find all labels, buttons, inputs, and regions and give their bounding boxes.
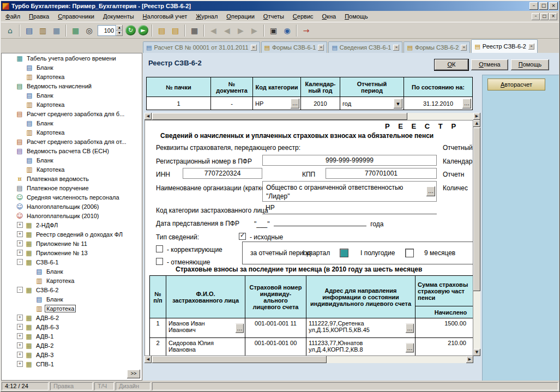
- menu-item[interactable]: Правка: [25, 11, 53, 22]
- close-icon[interactable]: [393, 45, 399, 51]
- mdi-minimize-button[interactable]: [532, 13, 540, 20]
- scroll-right-icon[interactable]: [466, 356, 473, 363]
- tree-item[interactable]: ▦Табель учета рабочего времени: [2, 53, 142, 63]
- tree-item[interactable]: ▥Картотека: [2, 100, 142, 109]
- inn-field[interactable]: 7707220324: [183, 168, 262, 179]
- menu-item[interactable]: Документы: [99, 11, 139, 22]
- mdi-close-button[interactable]: [549, 13, 557, 20]
- new-document-icon[interactable]: ▤: [23, 24, 35, 37]
- spin-up-icon[interactable]: ▲: [116, 25, 123, 31]
- expand-toggle[interactable]: +: [17, 222, 23, 228]
- ellipsis-button[interactable]: [462, 99, 471, 108]
- run-icon[interactable]: ►: [138, 25, 148, 35]
- mdi-restore-button[interactable]: [540, 13, 549, 20]
- tree-item[interactable]: ▤Бланк: [2, 118, 142, 128]
- report-period-cell[interactable]: год: [340, 97, 404, 110]
- quarter1-checkbox[interactable]: [340, 249, 348, 257]
- ellipsis-button[interactable]: [406, 323, 414, 333]
- tree-item[interactable]: ▤Бланк: [2, 294, 142, 304]
- person-accrued-cell[interactable]: 1500.00: [416, 318, 474, 338]
- help-button[interactable]: Помощь: [511, 59, 549, 70]
- close-icon[interactable]: [251, 45, 257, 51]
- menu-item[interactable]: Файл: [1, 11, 25, 22]
- minimize-button[interactable]: [529, 2, 538, 10]
- print-icon[interactable]: ▣: [267, 24, 280, 37]
- tree-item[interactable]: +▦АДВ-3: [2, 350, 142, 359]
- person-snils-cell[interactable]: 001-001-001 00: [245, 338, 306, 357]
- menu-item[interactable]: Операции: [222, 11, 258, 22]
- scroll-right-icon[interactable]: [473, 113, 480, 120]
- person-accrued-cell[interactable]: 210.00: [416, 338, 474, 357]
- title-bar[interactable]: Турбо Бухгалтерия: Пример_Бухгалтерия - …: [1, 1, 559, 11]
- tab[interactable]: ▤Формы СЗВ-6-1: [261, 41, 328, 53]
- tree-item[interactable]: ▥Картотека: [2, 304, 142, 313]
- scroll-left-icon[interactable]: [144, 113, 152, 120]
- expand-toggle[interactable]: +: [17, 250, 23, 256]
- expand-toggle[interactable]: +: [17, 342, 23, 348]
- tree-item[interactable]: ☺Налогоплательщик (2010): [2, 211, 142, 220]
- ellipsis-button[interactable]: [291, 99, 299, 108]
- menu-item[interactable]: Налоговый учет: [139, 11, 192, 22]
- tree-item[interactable]: +▦СПВ-1: [2, 359, 142, 369]
- tree-expand-button[interactable]: >>: [127, 370, 140, 378]
- batch-number-cell[interactable]: 1: [147, 97, 211, 110]
- menu-item[interactable]: Справочники: [53, 11, 99, 22]
- ellipsis-button[interactable]: [236, 323, 244, 333]
- halfyear-checkbox[interactable]: [405, 249, 414, 257]
- initial-type-checkbox[interactable]: [239, 233, 246, 240]
- expand-toggle[interactable]: +: [17, 231, 23, 237]
- expand-toggle[interactable]: +: [17, 240, 23, 246]
- menu-item[interactable]: Окна: [318, 11, 341, 22]
- tree-item[interactable]: +▦Приложение № 11: [2, 239, 142, 248]
- menu-item[interactable]: Сервис: [288, 11, 318, 22]
- close-button[interactable]: [549, 2, 558, 10]
- tab[interactable]: ▤Реестр СЗВ-6-2: [471, 39, 538, 53]
- tree-item[interactable]: ▤Бланк: [2, 267, 142, 276]
- person-address-cell[interactable]: 111233,77,Юннатов ул,Д.4,КОРП.2,КВ.8: [306, 338, 416, 357]
- scroll-down-icon[interactable]: [473, 349, 480, 356]
- exit-icon[interactable]: →: [300, 24, 312, 37]
- tab[interactable]: ▤Расчет СВ № 00001 от 31.01.2011: [143, 41, 260, 53]
- ellipsis-button[interactable]: [426, 186, 435, 196]
- zoom-icon[interactable]: ◎: [83, 24, 95, 37]
- scroll-thumb[interactable]: [473, 128, 480, 291]
- tree-item[interactable]: ▥Картотека: [2, 165, 142, 174]
- dropdown-button[interactable]: [394, 99, 402, 108]
- menu-item[interactable]: Отчеты: [259, 11, 288, 22]
- menu-item[interactable]: Помощь: [340, 11, 372, 22]
- close-icon[interactable]: [461, 45, 467, 51]
- tree-item[interactable]: ▤Платежное поручение: [2, 183, 142, 192]
- maximize-button[interactable]: [539, 2, 548, 10]
- scroll-left-icon[interactable]: [144, 356, 152, 363]
- close-icon[interactable]: [528, 44, 534, 50]
- copy-document-icon[interactable]: ▦: [50, 24, 63, 37]
- cancel-button[interactable]: Отмена: [471, 59, 508, 70]
- tree-item[interactable]: +▦Реестр сведений о доходах ФЛ: [2, 230, 142, 239]
- expand-toggle[interactable]: +: [17, 352, 23, 358]
- notebook-icon[interactable]: ▤: [155, 24, 168, 37]
- scroll-up-icon[interactable]: [473, 120, 480, 127]
- spin-down-icon[interactable]: ▼: [116, 31, 123, 36]
- tree-item[interactable]: ▤Бланк: [2, 63, 142, 72]
- tree-item[interactable]: ▤Расчет среднего заработка для от...: [2, 137, 142, 146]
- person-fio-cell[interactable]: Сидорова Юлия Ивановна: [166, 338, 245, 357]
- tree-item[interactable]: ▤Ведомость начислений: [2, 81, 142, 91]
- tree-item[interactable]: ▥Картотека: [2, 128, 142, 137]
- correcting-type-checkbox[interactable]: [156, 245, 163, 252]
- tree-item[interactable]: ▤Ведомость расчета СВ (ЕСН): [2, 146, 142, 155]
- tree-item[interactable]: +▦АДВ-6-2: [2, 313, 142, 322]
- tree-item[interactable]: +▦АДВ-6-3: [2, 322, 142, 331]
- tree-item[interactable]: ▥Картотека: [2, 72, 142, 81]
- tree-item[interactable]: ☺Налогоплательщик (2006): [2, 202, 142, 211]
- scroll-thumb[interactable]: [152, 113, 407, 120]
- tree-item[interactable]: +▦АДВ-2: [2, 341, 142, 350]
- expand-toggle[interactable]: +: [17, 333, 23, 339]
- tree-item[interactable]: -▦СЗВ-6-2: [2, 285, 142, 294]
- tree-item[interactable]: +▦АДВ-1: [2, 331, 142, 341]
- person-snils-cell[interactable]: 001-001-001 11: [245, 318, 306, 338]
- tree-item[interactable]: ▤Расчет среднего заработка для б...: [2, 109, 142, 118]
- category-code-cell[interactable]: НР: [253, 97, 301, 110]
- home-icon[interactable]: ⌂: [4, 24, 16, 37]
- expand-toggle[interactable]: +: [17, 324, 23, 330]
- open-document-icon[interactable]: ▥: [37, 24, 49, 37]
